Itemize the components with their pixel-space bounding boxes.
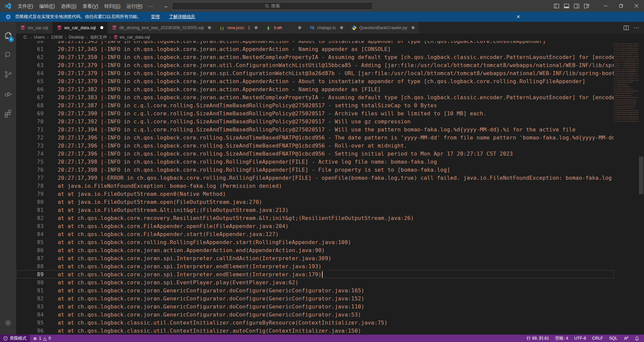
menu-item-r[interactable]: 运行(R): [123, 2, 145, 10]
tab-dirty-dot[interactable]: [208, 26, 211, 29]
code-line-62[interactable]: 6220:27:17,350 |-INFO in ch.qos.logback.…: [16, 53, 614, 61]
breadcrumb-item[interactable]: 临时文件: [90, 35, 107, 40]
breadcrumb-separator-icon: ›: [108, 35, 112, 40]
code-line-84[interactable]: 84at at ch.qos.logback.core.FileAppender…: [16, 230, 614, 238]
code-line-80[interactable]: 80at at java.io.FileOutputStream.open(Fi…: [16, 198, 614, 206]
code-line-77[interactable]: 7720:27:17,399 |-ERROR in ch.qos.logback…: [16, 174, 614, 182]
code-line-60[interactable]: 6020:27:17,345 |-INFO in ch.qos.logback.…: [16, 41, 614, 45]
code-line-91[interactable]: 91at at ch.qos.logback.core.joran.Generi…: [16, 286, 614, 294]
breadcrumb-item[interactable]: 22636: [51, 35, 63, 40]
code-line-83[interactable]: 83at at ch.qos.logback.core.FileAppender…: [16, 222, 614, 230]
toggle-primary-sidebar-icon[interactable]: [551, 1, 561, 11]
code-line-79[interactable]: 79at at java.io.FileOutputStream.open0(N…: [16, 190, 614, 198]
code-line-75[interactable]: 7520:27:17,398 |-INFO in ch.qos.logback.…: [16, 158, 614, 166]
menu-item-s[interactable]: 选择(S): [58, 2, 80, 10]
eol-status[interactable]: CRLF: [589, 335, 606, 342]
tab-dirty-dot[interactable]: [412, 26, 415, 29]
cursor-position-status[interactable]: 行 89, 列 81: [524, 335, 552, 342]
minimize-button[interactable]: [598, 0, 613, 12]
tab-dirty-dot[interactable]: [340, 26, 343, 29]
code-line-94[interactable]: 94at at ch.qos.logback.core.joran.Generi…: [16, 310, 614, 319]
code-line-89[interactable]: 89at at ch.qos.logback.core.joran.spi.In…: [16, 270, 614, 278]
code-line-65[interactable]: 6520:27:17,379 |-INFO in ch.qos.logback.…: [16, 77, 614, 85]
code-line-96[interactable]: 96at at ch.qos.logback.classic.util.Cont…: [16, 327, 614, 335]
code-line-73[interactable]: 7320:27:17,396 |-INFO in ch.qos.logback.…: [16, 141, 614, 150]
code-line-69[interactable]: 6920:27:17,390 |-INFO in c.q.l.core.roll…: [16, 109, 614, 117]
tab-new.json[interactable]: {}new.json1: [215, 22, 262, 34]
sidebar-item-run-debug[interactable]: [0, 84, 16, 104]
line-text: 20:27:17,387 |-INFO in c.q.l.core.rollin…: [58, 102, 614, 109]
breadcrumb-file[interactable]: wx_car_data.sql: [113, 35, 150, 40]
nav-back-icon[interactable]: ←: [164, 3, 169, 9]
tab-QuestionBankCrawler.py[interactable]: QuestionBankCrawler.py: [347, 22, 419, 34]
breadcrumb-item[interactable]: Desktop: [69, 35, 84, 40]
breadcrumb-item[interactable]: C:: [23, 35, 28, 40]
code-line-92[interactable]: 92at at ch.qos.logback.core.joran.Generi…: [16, 294, 614, 302]
code-line-68[interactable]: 6820:27:17,387 |-INFO in c.q.l.core.roll…: [16, 101, 614, 109]
minimap[interactable]: 20:27:17,345 |-INFO in ch.qos.logback.co…: [614, 41, 638, 335]
code-line-95[interactable]: 95at at ch.qos.logback.classic.util.Cont…: [16, 319, 614, 327]
code-line-90[interactable]: 90at at ch.qos.logback.core.joran.spi.Ev…: [16, 278, 614, 286]
toggle-panel-icon[interactable]: [561, 1, 572, 11]
tab-dirty-dot[interactable]: [255, 26, 258, 29]
code-line-63[interactable]: 6320:27:17,379 |-INFO in ch.qos.logback.…: [16, 61, 614, 69]
tab-db_driving_test_two_20230306_023005.sql[interactable]: db_driving_test_two_20230306_023005.sql: [108, 22, 216, 34]
language-mode-status[interactable]: SQL: [606, 335, 621, 342]
code-line-81[interactable]: 81at at java.io.FileOutputStream.&lt;ini…: [16, 206, 614, 214]
menu-item-g[interactable]: 转到(G): [101, 2, 123, 10]
more-actions-icon[interactable]: ⋯: [634, 24, 639, 31]
tab-dirty-dot[interactable]: [298, 26, 301, 29]
code-line-82[interactable]: 82at at ch.qos.logback.core.recovery.Res…: [16, 214, 614, 222]
code-line-72[interactable]: 7220:27:17,396 |-INFO in ch.qos.logback.…: [16, 133, 614, 141]
code-line-88[interactable]: 88at at ch.qos.logback.core.joran.spi.In…: [16, 262, 614, 270]
toggle-secondary-sidebar-icon[interactable]: [572, 1, 582, 11]
split-editor-icon[interactable]: [624, 25, 629, 30]
tab-chatapi.ts[interactable]: TSchatapi.ts: [306, 22, 348, 34]
code-line-86[interactable]: 86at at ch.qos.logback.core.joran.action…: [16, 246, 614, 254]
breadcrumb-item[interactable]: Users: [34, 35, 45, 40]
problems-status[interactable]: ⊗ 1 △ 0: [30, 335, 54, 342]
sidebar-item-search[interactable]: [0, 45, 16, 65]
breadcrumb: C:›Users›22636›Desktop›临时文件›wx_car_data.…: [16, 34, 644, 41]
code-line-66[interactable]: 6620:27:17,382 |-INFO in ch.qos.logback.…: [16, 85, 614, 93]
banner-close-icon[interactable]: ✕: [515, 14, 521, 20]
command-center-search[interactable]: 搜索: [172, 2, 373, 10]
tab-wx_car_data.sql[interactable]: wx_car_data.sql: [53, 22, 108, 34]
menu-item-f[interactable]: 文件(F): [15, 2, 36, 10]
notifications-bell-icon[interactable]: [632, 335, 644, 342]
learn-more-link[interactable]: 了解详细信息: [169, 14, 195, 20]
menu-overflow-button[interactable]: ···: [146, 2, 156, 10]
vscode-logo-icon: [4, 2, 11, 10]
tab-1.sh[interactable]: $1.sh: [262, 22, 306, 34]
menu-item-e[interactable]: 编辑(E): [36, 2, 58, 10]
close-window-button[interactable]: [629, 0, 644, 12]
restore-button[interactable]: [613, 0, 629, 12]
customize-layout-icon[interactable]: [582, 1, 592, 11]
feedback-icon[interactable]: [621, 335, 632, 342]
code-line-71[interactable]: 7120:27:17,394 |-INFO in c.q.l.core.roll…: [16, 125, 614, 133]
code-line-67[interactable]: 6720:27:17,383 |-INFO in ch.qos.logback.…: [16, 93, 614, 101]
menu-item-v[interactable]: 查看(V): [79, 2, 101, 10]
code-line-85[interactable]: 85at at ch.qos.logback.core.rolling.Roll…: [16, 238, 614, 246]
code-line-93[interactable]: 93at at ch.qos.logback.core.joran.Generi…: [16, 302, 614, 310]
vertical-scrollbar[interactable]: [638, 41, 644, 335]
restricted-mode-status[interactable]: 受限模式: [0, 335, 30, 342]
manage-link[interactable]: 管理: [151, 14, 160, 20]
code-line-61[interactable]: 6120:27:17,345 |-INFO in ch.qos.logback.…: [16, 45, 614, 53]
code-line-70[interactable]: 7020:27:17,392 |-INFO in c.q.l.core.roll…: [16, 117, 614, 125]
indentation-status[interactable]: 空格: 4: [552, 335, 571, 342]
encoding-status[interactable]: UTF-8: [571, 335, 589, 342]
code-line-87[interactable]: 87at at ch.qos.logback.core.joran.spi.In…: [16, 254, 614, 262]
code-line-76[interactable]: 7620:27:17,398 |-INFO in ch.qos.logback.…: [16, 166, 614, 174]
editor-pane[interactable]: 6020:27:17,345 |-INFO in ch.qos.logback.…: [16, 41, 644, 335]
sidebar-item-extensions[interactable]: [0, 104, 16, 123]
sidebar-item-explorer[interactable]: 6: [0, 26, 16, 45]
tab-wx_car.sql[interactable]: wx_car.sql: [16, 22, 53, 34]
scrollbar-thumb[interactable]: [639, 157, 643, 194]
settings-gear-button[interactable]: [0, 313, 16, 333]
tab-dirty-dot[interactable]: [100, 26, 103, 29]
code-line-74[interactable]: 7420:27:17,396 |-INFO in ch.qos.logback.…: [16, 150, 614, 158]
code-line-78[interactable]: 78at java.io.FileNotFoundException: boma…: [16, 182, 614, 190]
code-line-64[interactable]: 6420:27:17,379 |-INFO in ch.qos.logback.…: [16, 69, 614, 77]
sidebar-item-source-control[interactable]: [0, 65, 16, 84]
